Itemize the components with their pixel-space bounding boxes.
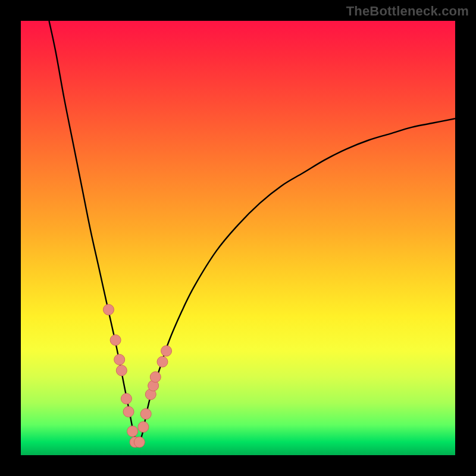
- marker-point: [150, 372, 161, 383]
- marker-point: [140, 409, 151, 419]
- marker-point: [157, 356, 168, 367]
- sample-markers: [103, 304, 171, 447]
- curve-right-branch: [138, 118, 455, 446]
- chart-frame: TheBottleneck.com: [0, 0, 476, 476]
- marker-point: [138, 422, 149, 433]
- marker-point: [134, 437, 145, 447]
- curve-left-branch: [49, 21, 138, 446]
- plot-area: [21, 21, 455, 455]
- marker-point: [103, 304, 114, 315]
- chart-svg: [21, 21, 455, 455]
- marker-point: [114, 354, 125, 365]
- marker-point: [110, 335, 121, 346]
- marker-point: [116, 365, 127, 376]
- marker-point: [161, 346, 172, 356]
- marker-point: [127, 426, 138, 437]
- marker-point: [121, 393, 131, 404]
- marker-point: [123, 406, 134, 417]
- watermark-text: TheBottleneck.com: [346, 4, 469, 19]
